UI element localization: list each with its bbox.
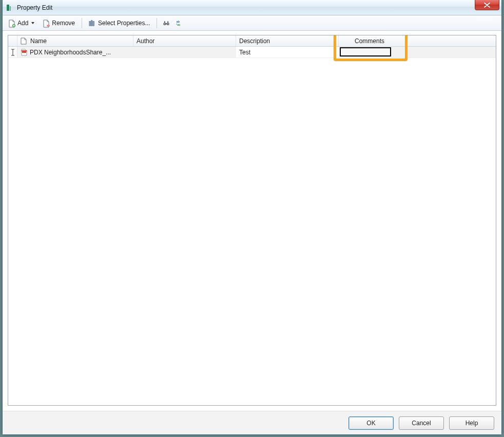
comments-input[interactable] <box>342 48 389 56</box>
content-area: Name Author Description Comments <box>3 31 501 411</box>
svg-rect-4 <box>48 25 49 26</box>
svg-text:ac: ac <box>178 23 181 26</box>
chevron-down-icon <box>31 22 34 24</box>
row-edit-indicator <box>8 47 17 58</box>
cell-description-text: Test <box>239 49 250 56</box>
pdf-icon <box>21 49 28 56</box>
help-label: Help <box>466 420 478 427</box>
cancel-button[interactable]: Cancel <box>399 416 444 430</box>
dialog-footer: OK Cancel Help <box>3 411 501 434</box>
svg-rect-14 <box>165 23 168 24</box>
column-header-name[interactable]: Name <box>17 35 133 46</box>
column-header-author[interactable]: Author <box>133 35 236 46</box>
app-icon <box>6 4 14 12</box>
add-button[interactable]: Add <box>5 17 38 29</box>
svg-rect-12 <box>165 21 166 23</box>
document-icon <box>21 37 28 45</box>
column-header-comments-label: Comments <box>355 37 384 45</box>
cell-author[interactable] <box>133 47 236 58</box>
remove-document-icon <box>43 20 50 27</box>
ok-label: OK <box>366 420 375 427</box>
ok-button[interactable]: OK <box>348 416 394 430</box>
column-header-author-label: Author <box>137 37 154 45</box>
replace-button[interactable]: ab ac <box>173 17 186 29</box>
toolbar-separator <box>157 18 157 28</box>
column-header-name-label: Name <box>30 37 47 45</box>
cancel-label: Cancel <box>412 420 431 427</box>
grid-header: Name Author Description Comments <box>8 35 496 47</box>
add-document-icon <box>8 20 15 27</box>
column-header-comments[interactable]: Comments <box>339 35 400 46</box>
select-properties-button[interactable]: Select Properties... <box>85 17 153 29</box>
column-header-indicator[interactable] <box>8 35 17 46</box>
comments-edit-cell[interactable] <box>340 47 391 56</box>
svg-rect-7 <box>93 21 94 26</box>
table-row[interactable]: PDX NeighborhoodsShare_... Test <box>8 47 496 58</box>
svg-rect-6 <box>91 20 92 26</box>
toolbar-separator <box>82 18 82 28</box>
cell-name-text: PDX NeighborhoodsShare_... <box>30 49 111 56</box>
select-properties-label: Select Properties... <box>98 20 150 27</box>
binoculars-icon <box>163 20 170 27</box>
property-edit-dialog: Property Edit Add <box>2 0 502 435</box>
svg-rect-1 <box>10 6 11 11</box>
text-cursor-icon <box>11 49 15 56</box>
remove-button[interactable]: Remove <box>39 17 79 29</box>
find-replace-icon: ab ac <box>176 20 183 27</box>
window-title: Property Edit <box>17 4 52 11</box>
cell-name[interactable]: PDX NeighborhoodsShare_... <box>17 47 133 58</box>
close-button[interactable] <box>475 0 499 10</box>
find-button[interactable] <box>160 17 172 29</box>
svg-rect-5 <box>89 21 91 26</box>
svg-rect-0 <box>7 5 9 11</box>
cell-comments[interactable] <box>339 47 400 58</box>
columns-icon <box>89 20 96 27</box>
column-header-description-label: Description <box>239 37 270 45</box>
help-button[interactable]: Help <box>449 416 494 430</box>
remove-label: Remove <box>52 20 75 27</box>
cell-description[interactable]: Test <box>236 47 339 58</box>
toolbar: Add Remove S <box>3 15 501 31</box>
column-header-description[interactable]: Description <box>236 35 339 46</box>
add-label: Add <box>17 20 28 27</box>
property-grid[interactable]: Name Author Description Comments <box>8 35 496 406</box>
svg-rect-18 <box>22 50 27 51</box>
titlebar[interactable]: Property Edit <box>3 0 501 15</box>
svg-rect-13 <box>168 21 169 23</box>
